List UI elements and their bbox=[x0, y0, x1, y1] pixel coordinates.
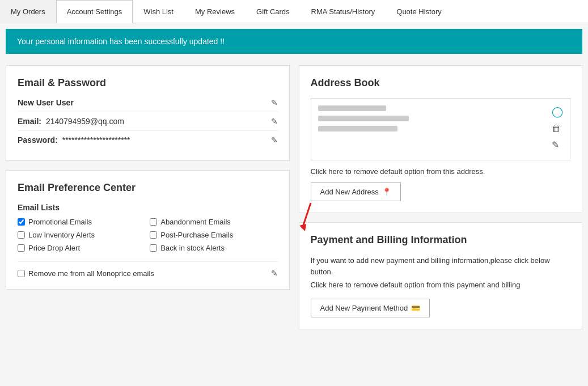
checkbox-post-purchase[interactable]: Post-Purchase Emails bbox=[150, 231, 277, 239]
tab-account-settings[interactable]: Account Settings bbox=[56, 0, 133, 23]
checkbox-back-in-stock[interactable]: Back in stock Alerts bbox=[150, 244, 277, 252]
checkboxes-grid: Promotional Emails Abandonment Emails Lo… bbox=[18, 218, 278, 252]
checkbox-post-purchase-input[interactable] bbox=[150, 231, 157, 239]
checkbox-promotional-input[interactable] bbox=[18, 218, 25, 226]
address-remove-default-text: Click here to remove default option from… bbox=[311, 167, 571, 176]
address-book-card: Address Book ◯ 🗑 ✎ Click here to remove … bbox=[299, 65, 583, 213]
address-line-1 bbox=[318, 105, 386, 111]
tab-my-orders[interactable]: My Orders bbox=[0, 0, 56, 23]
tab-my-reviews[interactable]: My Reviews bbox=[184, 0, 246, 23]
checkbox-abandonment-input[interactable] bbox=[150, 218, 157, 226]
add-new-address-button[interactable]: Add New Address 📍 bbox=[311, 183, 401, 201]
address-select-radio-icon[interactable]: ◯ bbox=[552, 105, 563, 118]
main-content: Email & Password New User User ✎ Email: … bbox=[0, 60, 588, 341]
payment-desc-line1: If you want to add new payment and billi… bbox=[311, 255, 571, 277]
success-message: Your personal information has been succe… bbox=[17, 37, 225, 46]
password-value: ********************** bbox=[62, 135, 130, 145]
email-preference-card: Email Preference Center Email Lists Prom… bbox=[6, 170, 290, 290]
remove-label: Remove me from all Monoprice emails bbox=[28, 269, 154, 278]
email-password-card: Email & Password New User User ✎ Email: … bbox=[6, 65, 290, 161]
password-row: Password: ********************** ✎ bbox=[18, 130, 278, 149]
email-preference-title: Email Preference Center bbox=[18, 182, 278, 194]
username: New User User bbox=[18, 98, 74, 107]
payment-desc-line2: Click here to remove default option from… bbox=[311, 279, 571, 291]
checkbox-low-inventory-input[interactable] bbox=[18, 231, 25, 239]
svg-marker-1 bbox=[299, 224, 306, 231]
address-box: ◯ 🗑 ✎ bbox=[311, 98, 571, 160]
left-column: Email & Password New User User ✎ Email: … bbox=[6, 65, 290, 329]
red-arrow-decoration bbox=[294, 200, 328, 234]
right-column: Address Book ◯ 🗑 ✎ Click here to remove … bbox=[299, 65, 583, 329]
edit-username-icon[interactable]: ✎ bbox=[271, 98, 278, 107]
checkbox-low-inventory[interactable]: Low Inventory Alerts bbox=[18, 231, 145, 239]
add-address-icon: 📍 bbox=[382, 188, 391, 196]
tab-wish-list[interactable]: Wish List bbox=[133, 0, 184, 23]
tab-gift-cards[interactable]: Gift Cards bbox=[246, 0, 301, 23]
edit-preference-icon[interactable]: ✎ bbox=[271, 269, 278, 278]
checkbox-abandonment[interactable]: Abandonment Emails bbox=[150, 218, 277, 226]
address-book-title: Address Book bbox=[311, 77, 571, 89]
checkbox-promotional[interactable]: Promotional Emails bbox=[18, 218, 145, 226]
payment-title: Payment and Billing Information bbox=[311, 234, 571, 246]
address-edit-icon[interactable]: ✎ bbox=[552, 139, 563, 150]
add-payment-icon: 💳 bbox=[411, 304, 420, 312]
address-delete-icon[interactable]: 🗑 bbox=[552, 124, 563, 134]
checkbox-back-in-stock-input[interactable] bbox=[150, 244, 157, 252]
checkbox-remove-all[interactable]: Remove me from all Monoprice emails bbox=[18, 269, 154, 278]
email-password-title: Email & Password bbox=[18, 77, 278, 89]
address-lines bbox=[318, 105, 545, 136]
email-row: Email: 2140794959@qq.com ✎ bbox=[18, 112, 278, 130]
remove-row: Remove me from all Monoprice emails ✎ bbox=[18, 261, 278, 278]
address-line-2 bbox=[318, 116, 409, 121]
checkbox-price-drop-input[interactable] bbox=[18, 244, 25, 252]
tab-quote-history[interactable]: Quote History bbox=[386, 0, 452, 23]
username-row: New User User ✎ bbox=[18, 98, 278, 107]
checkbox-remove-all-input[interactable] bbox=[18, 270, 25, 277]
success-banner: Your personal information has been succe… bbox=[6, 29, 582, 54]
email-value: 2140794959@qq.com bbox=[46, 117, 124, 126]
tab-rma-status/history[interactable]: RMA Status/History bbox=[301, 0, 386, 23]
checkbox-price-drop[interactable]: Price Drop Alert bbox=[18, 244, 145, 252]
email-label: Email: bbox=[18, 117, 41, 126]
add-address-label: Add New Address bbox=[320, 188, 379, 196]
email-lists-label: Email Lists bbox=[18, 203, 278, 212]
edit-email-icon[interactable]: ✎ bbox=[271, 117, 278, 126]
address-line-3 bbox=[318, 126, 397, 132]
address-actions: ◯ 🗑 ✎ bbox=[552, 105, 563, 150]
payment-billing-card: Payment and Billing Information If you w… bbox=[299, 222, 583, 329]
edit-password-icon[interactable]: ✎ bbox=[271, 135, 278, 145]
add-new-payment-button[interactable]: Add New Payment Method 💳 bbox=[311, 299, 430, 317]
tabs-bar: My OrdersAccount SettingsWish ListMy Rev… bbox=[0, 0, 588, 23]
password-label: Password: bbox=[18, 135, 58, 145]
add-payment-label: Add New Payment Method bbox=[320, 304, 408, 312]
